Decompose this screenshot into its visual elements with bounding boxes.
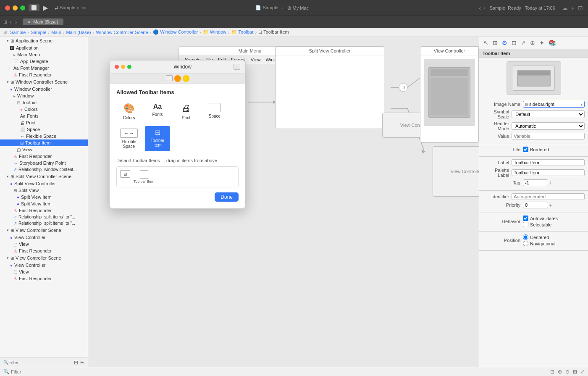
sidebar-item-fonts[interactable]: AaFonts — [0, 113, 88, 119]
inspector-icon-bindings[interactable]: ⊕ — [529, 39, 536, 47]
sidebar-item-main-menu[interactable]: ▸Main Menu — [0, 51, 88, 58]
status-zoom-in-button[interactable]: ⊕ — [558, 369, 562, 375]
allowed-item-print[interactable]: 🖨 Print — [173, 100, 199, 123]
priority-stepper[interactable]: + — [548, 202, 553, 208]
sidebar-item-first-responder-vc2[interactable]: ⚠First Responder — [0, 275, 88, 282]
status-filter-input[interactable] — [11, 369, 61, 374]
identifier-input[interactable] — [512, 193, 585, 200]
popup-close[interactable] — [115, 65, 119, 69]
forward-button[interactable]: › — [483, 5, 486, 11]
value-field[interactable] — [512, 133, 585, 139]
minimize-button[interactable] — [13, 5, 18, 11]
sidebar-item-view-wc[interactable]: ▢View — [0, 146, 88, 153]
bordered-checkbox[interactable] — [523, 147, 528, 152]
sidebar-item-split-view-item-2[interactable]: ●Split View Item — [0, 200, 88, 207]
centered-radio[interactable] — [523, 234, 528, 240]
sidebar-item-first-responder-vc1[interactable]: ⚠First Responder — [0, 247, 88, 254]
sidebar-item-split-view[interactable]: ⊟Split View — [0, 187, 88, 194]
status-fit-button[interactable]: ⊡ — [550, 369, 554, 375]
allowed-item-fonts[interactable]: Aa Fonts — [145, 100, 170, 123]
inspector-toggle-button[interactable]: ⊡ — [578, 5, 583, 11]
status-grid-button[interactable]: ⊞ — [573, 369, 577, 375]
status-fullscreen-button[interactable]: ⤢ — [580, 369, 585, 375]
sidebar-item-space[interactable]: ⬜Space — [0, 126, 88, 133]
inspector-icon-effects[interactable]: ✦ — [538, 39, 545, 47]
bc-sample[interactable]: Sample — [10, 30, 26, 35]
inspector-icon-connections[interactable]: ↗ — [520, 39, 527, 47]
bc-toolbar[interactable]: 📁 Toolbar — [231, 29, 254, 35]
popup-minimize[interactable] — [121, 65, 125, 69]
sidebar-item-window-controller[interactable]: ●Window Controller — [0, 86, 88, 92]
navigator-icon[interactable]: ⊞ — [3, 19, 7, 25]
back-button[interactable]: ‹ — [478, 5, 482, 11]
allowed-item-flexible-space[interactable]: ←→ Flexible Space — [116, 126, 142, 151]
sidebar-item-window[interactable]: ▸Window — [0, 92, 88, 99]
tag-stepper-up[interactable]: + — [548, 179, 553, 186]
maximize-button[interactable] — [20, 5, 25, 11]
sidebar-item-first-responder-app[interactable]: ⚠First Responder — [0, 71, 88, 78]
close-button[interactable] — [5, 5, 10, 11]
sidebar-item-application[interactable]: 🅰Application — [0, 45, 88, 51]
inspector-icon-size[interactable]: ⊡ — [511, 39, 517, 47]
run-button[interactable]: ▶ — [43, 4, 48, 12]
sidebar-group-wcs[interactable]: ▾ ⊞ Window Controller Scene — [0, 78, 88, 86]
allowed-item-colors[interactable]: 🎨 Colors — [116, 100, 142, 123]
render-mode-select[interactable]: Automatic — [512, 122, 585, 130]
allowed-item-space[interactable]: Space — [202, 100, 227, 123]
bc-sample2[interactable]: Sample — [31, 30, 46, 35]
sidebar-bottom-btn2[interactable]: ☀ — [80, 360, 84, 365]
sidebar-group-vc2[interactable]: ▾ ⊞ View Controller Scene — [0, 254, 88, 262]
navigational-radio[interactable] — [523, 241, 528, 246]
sidebar-item-font-manager[interactable]: AaFont Manager — [0, 65, 88, 71]
image-name-field[interactable]: ⊟ sidebar.right ▾ — [523, 101, 585, 108]
scheme-selector[interactable]: ⇄ Sample — [55, 5, 75, 11]
selectable-checkbox[interactable] — [523, 222, 528, 227]
toolbar-orange-icon[interactable] — [174, 75, 181, 82]
bc-main-base[interactable]: Main (Base) — [66, 30, 91, 35]
sidebar-item-flexible-space[interactable]: ↔Flexible Space — [0, 133, 88, 139]
symbol-scale-select[interactable]: Default — [512, 110, 585, 118]
toolbar-warn-icon[interactable]: ! — [183, 75, 189, 82]
priority-input[interactable] — [523, 202, 548, 208]
palette-label-input[interactable] — [512, 169, 585, 176]
tab-forward[interactable]: › — [14, 18, 18, 25]
filter-input[interactable] — [8, 360, 67, 365]
add-tab-button[interactable]: + — [571, 5, 575, 11]
sidebar-item-rel-split-1[interactable]: ↗Relationship "split items" to "... — [0, 214, 88, 220]
status-zoom-out-button[interactable]: ⊖ — [565, 369, 570, 375]
cloud-status-button[interactable]: ☁ — [562, 5, 568, 11]
allowed-item-toolbar-item[interactable]: ⊟ Toolbar Item — [145, 126, 170, 151]
sidebar-item-first-responder-wc[interactable]: ⚠First Responder — [0, 153, 88, 160]
sidebar-item-storyboard-entry[interactable]: →Storyboard Entry Point — [0, 160, 88, 166]
sidebar-item-first-responder-split[interactable]: ⚠First Responder — [0, 207, 88, 214]
label-input[interactable] — [512, 159, 585, 166]
sidebar-toggle-button[interactable]: ⬜ — [29, 4, 39, 11]
sidebar-item-split-vc[interactable]: ●Split View Controller — [0, 180, 88, 187]
sidebar-group-split-vc[interactable]: ▾ ⊞ Split View Controller Scene — [0, 173, 88, 180]
bc-wcs[interactable]: Window Controller Scene — [96, 30, 148, 35]
inspector-icon-identity[interactable]: ⊞ — [492, 39, 499, 47]
inspector-icon-attributes[interactable]: ⚙ — [501, 39, 508, 47]
tag-input[interactable] — [523, 179, 548, 186]
done-button[interactable]: Done — [215, 192, 239, 202]
tab-back[interactable]: ‹ — [9, 18, 13, 25]
sidebar-item-print[interactable]: 🖨Print — [0, 119, 88, 126]
sidebar-item-toolbar[interactable]: ⊟Toolbar — [0, 99, 88, 106]
autovalidates-checkbox[interactable] — [523, 216, 528, 221]
sidebar-item-app-delegate[interactable]: 📄App Delegate — [0, 58, 88, 65]
bc-window[interactable]: 📁 Window — [203, 29, 226, 35]
popup-maximize[interactable] — [127, 65, 131, 69]
sidebar-group-application-scene[interactable]: ▾ ⊞ Application Scene — [0, 37, 88, 45]
sidebar-item-view-vc1[interactable]: ▢View — [0, 241, 88, 247]
sidebar-bottom-btn1[interactable]: ⊟ — [74, 360, 78, 365]
sidebar-item-toolbar-item[interactable]: ⊟Toolbar Item — [0, 139, 88, 146]
bc-wc[interactable]: 🔵 Window Controller — [153, 29, 198, 35]
bc-main[interactable]: Main — [51, 30, 61, 35]
sidebar-item-vc2[interactable]: ●View Controller — [0, 262, 88, 268]
sidebar-item-view-vc2[interactable]: ▢View — [0, 268, 88, 275]
main-base-tab[interactable]: × Main (Base) — [23, 18, 63, 25]
inspector-icon-cursor[interactable]: ↖ — [483, 39, 489, 47]
sidebar-item-rel-window-content[interactable]: ↗Relationship "window content... — [0, 166, 88, 173]
toolbar-btn-1[interactable] — [166, 75, 173, 81]
sidebar-item-rel-split-2[interactable]: ↗Relationship "split items" to "... — [0, 220, 88, 226]
